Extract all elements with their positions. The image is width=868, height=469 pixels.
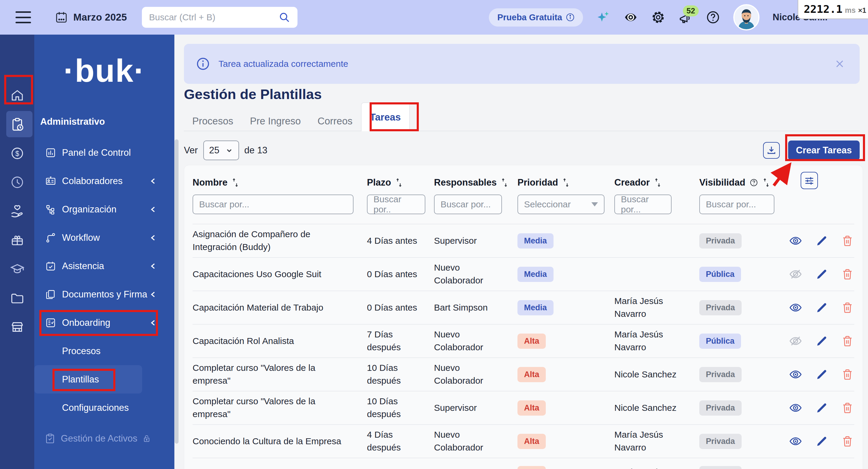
settings-gear-icon[interactable] [651, 10, 665, 25]
training-graduation-icon[interactable] [10, 262, 25, 276]
time-clock-icon[interactable] [10, 175, 24, 189]
sidebar-item-label: Panel de Control [62, 147, 131, 158]
delete-trash-icon[interactable] [841, 368, 854, 381]
visibility-help-icon[interactable] [749, 178, 758, 187]
current-period-label: Marzo 2025 [73, 12, 127, 23]
onboarding-clipboard-clock-icon[interactable] [10, 117, 25, 131]
sidebar-subitem-plantillas[interactable]: Plantillas [34, 365, 142, 393]
trial-badge[interactable]: Prueba Gratuita [489, 8, 583, 27]
tab-tareas[interactable]: Tareas [361, 102, 410, 131]
buk-logo: ·buk· [34, 52, 175, 89]
table-toolbar: Ver 25 de 13 Crear Tareas [184, 139, 860, 162]
gift-icon[interactable] [10, 233, 24, 247]
filter-responsables-input[interactable]: Buscar por... [434, 195, 502, 214]
filter-creador-input[interactable]: Buscar por... [614, 195, 672, 214]
alert-close-icon[interactable] [834, 58, 845, 69]
sort-icon[interactable] [395, 178, 403, 187]
tab-procesos[interactable]: Procesos [184, 112, 242, 131]
calendar-check-icon [45, 261, 57, 271]
table-row: Capacitaciones Uso Google Suit 0 Días an… [192, 257, 854, 291]
delete-trash-icon[interactable] [841, 402, 854, 414]
task-plazo: 10 Días después [367, 361, 434, 387]
edit-pencil-icon[interactable] [815, 335, 828, 347]
tab-bar: Procesos Pre Ingreso Correos Tareas [184, 102, 860, 131]
sidebar-item-organizacion[interactable]: Organización [34, 195, 175, 224]
download-button[interactable] [763, 142, 780, 159]
announcements-megaphone-icon[interactable]: 52 [678, 10, 693, 25]
global-search-input[interactable]: Buscar (Ctrl + B) [142, 7, 298, 28]
edit-pencil-icon[interactable] [815, 301, 828, 314]
hamburger-menu-icon[interactable] [16, 11, 31, 23]
sidebar-item-asistencia[interactable]: Asistencia [34, 252, 175, 280]
create-tasks-button[interactable]: Crear Tareas [788, 141, 860, 160]
payroll-dollar-icon[interactable]: $ [10, 146, 24, 160]
task-responsables: Supervisor [434, 402, 518, 414]
delete-trash-icon[interactable] [841, 268, 854, 281]
edit-pencil-icon[interactable] [815, 368, 828, 381]
sidebar-subitem-configuraciones[interactable]: Configuraciones [34, 393, 175, 422]
eye-icon[interactable] [789, 434, 802, 448]
delete-trash-icon[interactable] [841, 435, 854, 447]
column-settings-button[interactable] [801, 172, 818, 189]
sidebar-item-colaboradores[interactable]: Colaboradores [34, 167, 175, 195]
files-folder-icon[interactable] [10, 291, 25, 305]
period-selector[interactable]: Marzo 2025 [55, 11, 127, 24]
sort-icon[interactable] [562, 178, 570, 187]
column-header-visibilidad: Visibilidad [699, 177, 745, 188]
alert-message: Tarea actualizada correctamente [218, 59, 348, 69]
tab-pre-ingreso[interactable]: Pre Ingreso [242, 112, 309, 131]
sort-icon[interactable] [763, 178, 770, 187]
edit-pencil-icon[interactable] [815, 268, 828, 281]
sort-icon[interactable] [654, 178, 662, 187]
sidebar-item-gestion-de-activos[interactable]: Gestión de Activos [34, 424, 175, 452]
sidebar-item-onboarding[interactable]: Onboarding [34, 309, 175, 337]
eye-icon[interactable] [789, 301, 802, 315]
task-name: Conociendo la Cultura de la Empresa [192, 435, 367, 448]
filter-nombre-input[interactable]: Buscar por... [192, 195, 353, 214]
sidebar-item-documentos-y-firma[interactable]: Documentos y Firma [34, 280, 175, 309]
chevron-left-icon [149, 262, 157, 270]
help-icon[interactable] [706, 10, 720, 25]
eye-off-icon[interactable] [789, 267, 802, 281]
id-card-icon [45, 176, 57, 186]
delete-trash-icon[interactable] [841, 335, 854, 347]
sidebar-scrollbar[interactable] [175, 139, 179, 444]
task-name: Capacitación Rol Analista [192, 335, 367, 348]
ai-sparkle-icon[interactable] [596, 10, 611, 25]
benefits-hand-heart-icon[interactable] [10, 204, 25, 218]
sort-icon[interactable] [231, 178, 239, 187]
visibility-badge: Privada [699, 367, 742, 382]
performance-monitor-overlay: 2212.1 ms ×1 [798, 0, 868, 19]
tab-correos[interactable]: Correos [309, 112, 361, 131]
sidebar-item-panel-de-control[interactable]: Panel de Control [34, 139, 175, 167]
eye-icon[interactable] [789, 234, 802, 247]
table-filter-row: Buscar por... Buscar por.. Buscar por...… [192, 195, 854, 215]
marketplace-storefront-icon[interactable] [10, 320, 25, 334]
user-avatar[interactable] [733, 4, 760, 30]
filter-visibilidad-input[interactable]: Buscar por... [699, 195, 774, 214]
task-responsables: Nuevo Colaborador [434, 261, 518, 287]
edit-pencil-icon[interactable] [815, 235, 828, 247]
tasks-table: Nombre Plazo Responsables Prioridad Crea… [184, 165, 863, 469]
visibility-badge: Pública [699, 333, 741, 349]
bar-chart-icon [45, 147, 57, 158]
filter-prioridad-select[interactable]: Seleccionar [518, 195, 604, 214]
sidebar-subitem-procesos[interactable]: Procesos [34, 337, 175, 365]
priority-badge: Alta [518, 367, 546, 382]
workflow-branch-icon [45, 232, 57, 243]
home-icon[interactable] [10, 89, 24, 102]
chevron-left-icon [149, 234, 157, 242]
filter-plazo-input[interactable]: Buscar por.. [367, 195, 425, 214]
sort-icon[interactable] [501, 178, 508, 187]
sidebar-item-workflow[interactable]: Workflow [34, 224, 175, 252]
view-mode-eye-icon[interactable] [624, 10, 638, 25]
edit-pencil-icon[interactable] [815, 435, 828, 447]
delete-trash-icon[interactable] [841, 301, 854, 314]
eye-icon[interactable] [789, 401, 802, 415]
delete-trash-icon[interactable] [841, 235, 854, 247]
search-icon[interactable] [278, 11, 290, 23]
eye-icon[interactable] [789, 368, 802, 381]
eye-off-icon[interactable] [789, 334, 802, 348]
edit-pencil-icon[interactable] [815, 402, 828, 414]
page-size-select[interactable]: 25 [203, 141, 239, 160]
